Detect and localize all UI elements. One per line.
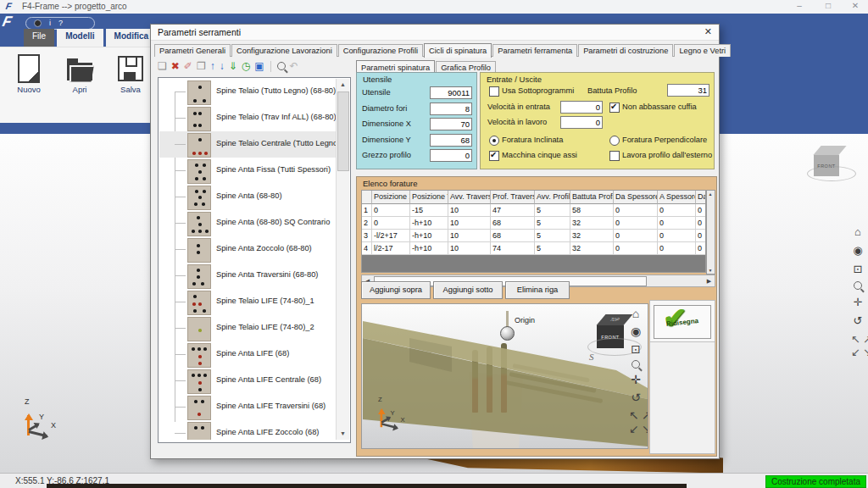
spine-list-item[interactable]: Spine Telaio LIFE (74-80)_2	[159, 315, 336, 341]
spine-list-item[interactable]: Spine Telaio Centrale (Tutto Legno) (68-…	[159, 131, 336, 158]
table-cell[interactable]: 58	[570, 204, 614, 217]
velocita-lavoro-input[interactable]	[560, 116, 603, 129]
new-document-icon[interactable]: ❏	[158, 60, 167, 72]
foratura-perpendicolare-radio[interactable]	[609, 136, 620, 146]
maximize-icon[interactable]: □	[821, 1, 836, 10]
zoom-icon[interactable]	[632, 360, 640, 369]
table-cell[interactable]: 68	[491, 230, 535, 242]
spine-list-item[interactable]: Spine Anta Traversini (68-80)	[159, 263, 336, 289]
move-down-icon[interactable]: ↓	[220, 60, 225, 72]
spinatura-3d-preview[interactable]: Origin TOP FRONT S Z Y X ⌂◉⊡✛↺↖↗↙↘	[361, 303, 648, 449]
usa-sottoprogrammi-checkbox[interactable]	[489, 86, 499, 97]
dialog-close-icon[interactable]: ✕	[704, 26, 712, 37]
utensile-input[interactable]	[430, 86, 472, 99]
expand-icon[interactable]: ↖↗↙↘	[629, 408, 643, 435]
spine-list-item[interactable]: Spine Anta LIFE Zoccolo (68)	[159, 420, 336, 440]
table-cell[interactable]: 5	[535, 217, 570, 230]
tab-parametri-ferramenta[interactable]: Parametri ferramenta	[492, 44, 577, 57]
table-cell[interactable]: 2	[362, 217, 372, 230]
spine-list-item[interactable]: Spine Telaio (Tutto Legno) (68-80)	[159, 79, 336, 105]
zoom-icon[interactable]	[854, 281, 862, 290]
apri-button[interactable]: Apri	[59, 53, 100, 123]
table-cell[interactable]: 0	[614, 217, 658, 230]
orbit-icon[interactable]: ◉	[853, 244, 862, 257]
scroll-down-icon[interactable]: ▼	[337, 428, 349, 440]
table-cell[interactable]: -15	[410, 204, 448, 217]
table-cell[interactable]: 32	[570, 217, 614, 230]
delete-icon[interactable]: ✖	[171, 60, 180, 72]
dimensione-x-input[interactable]	[430, 118, 472, 130]
tab-parametri-di-costruzione[interactable]: Parametri di costruzione	[578, 44, 673, 57]
scroll-down-icon[interactable]: ▼	[707, 268, 714, 273]
move-up-icon[interactable]: ↑	[210, 60, 215, 72]
undo-icon[interactable]: ↶	[290, 60, 298, 72]
table-cell[interactable]: 0	[372, 217, 410, 230]
tab-legno-e-vetri[interactable]: Legno e Vetri	[674, 44, 731, 57]
table-cell[interactable]: l/2-17	[372, 242, 410, 255]
table-cell[interactable]: 0	[658, 230, 696, 242]
spine-list-item[interactable]: Spine Anta LIFE (68)	[159, 341, 336, 368]
spine-list-scrollbar[interactable]: ▲ ▼	[336, 79, 349, 440]
home-icon[interactable]: ⌂	[632, 307, 639, 320]
table-cell[interactable]: 4	[362, 242, 372, 255]
tab-cicli-di-spinatura[interactable]: Cicli di spinatura	[424, 43, 492, 58]
search-icon[interactable]	[277, 62, 286, 70]
table-cell[interactable]: 0	[372, 204, 410, 217]
spine-list-item[interactable]: Spine Anta LIFE Centrale (68)	[159, 368, 336, 394]
ribbon-tab-modelli[interactable]: Modelli	[57, 29, 103, 47]
import-icon[interactable]: ⇓	[229, 60, 237, 72]
scroll-up-icon[interactable]: ▲	[707, 191, 714, 197]
velocita-entrata-input[interactable]	[560, 101, 603, 114]
table-cell[interactable]: 74	[491, 242, 535, 255]
zoom-window-icon[interactable]: ⊡	[854, 263, 863, 275]
tab-configurazione-lavorazioni[interactable]: Configurazione Lavorazioni	[231, 44, 337, 57]
pan-icon[interactable]: ✛	[854, 296, 863, 308]
spine-list-item[interactable]: Spine Anta Zoccolo (68-80)	[159, 236, 336, 263]
table-row[interactable]: 4l/2-17-h+101074532000	[362, 242, 705, 255]
table-cell[interactable]: 0	[696, 217, 706, 230]
table-cell[interactable]: 0	[614, 230, 658, 242]
table-cell[interactable]: 1	[362, 204, 372, 217]
info-button[interactable]: i	[49, 19, 51, 27]
table-cell[interactable]: 0	[696, 242, 706, 255]
spine-list-item[interactable]: Spine Anta LIFE Traversini (68)	[159, 394, 336, 420]
scroll-right-icon[interactable]: ▶	[704, 275, 715, 286]
table-cell[interactable]: 5	[535, 230, 570, 242]
home-icon[interactable]: ⌂	[854, 225, 861, 238]
tab-parametri-generali[interactable]: Parametri Generali	[154, 44, 231, 57]
salva-button[interactable]: Salva	[110, 53, 151, 123]
minimize-icon[interactable]: –	[792, 1, 807, 10]
table-cell[interactable]: 32	[570, 242, 614, 255]
table-row[interactable]: 20-h+101068532000	[362, 217, 705, 230]
table-cell[interactable]: 0	[614, 204, 658, 217]
aggiungi-sotto-button[interactable]: Aggiungi sotto	[433, 281, 503, 299]
lavora-profilo-esterno-checkbox[interactable]	[609, 151, 620, 161]
table-cell[interactable]: 5	[535, 242, 570, 255]
pan-icon[interactable]: ✛	[631, 373, 641, 386]
diametro-fori-input[interactable]	[430, 103, 472, 115]
elimina-riga-button[interactable]: Elimina riga	[505, 281, 570, 299]
battuta-profilo-input[interactable]	[667, 84, 709, 97]
table-cell[interactable]: 0	[696, 230, 706, 242]
foratura-inclinata-radio[interactable]	[489, 136, 499, 146]
table-cell[interactable]: 68	[491, 217, 535, 230]
spine-list-item[interactable]: Spine Telaio (Trav Inf ALL) (68-80)	[159, 105, 336, 131]
spine-list-item[interactable]: Spine Anta (68-80)	[159, 184, 336, 210]
orbit-icon[interactable]: ◉	[631, 324, 641, 338]
non-abbassare-cuffia-checkbox[interactable]	[609, 103, 620, 113]
copy-icon[interactable]: ❐	[197, 60, 206, 72]
ridisegna-button[interactable]: ✔ Ridisegna	[654, 305, 711, 339]
rotate-icon[interactable]: ↺	[854, 314, 863, 327]
close-icon[interactable]: ✕	[848, 1, 863, 10]
table-cell[interactable]: 47	[491, 204, 535, 217]
table-cell[interactable]: -h+10	[410, 217, 448, 230]
expand-icon[interactable]: ↖↗↙↘	[851, 333, 865, 358]
table-cell[interactable]: 10	[448, 230, 491, 242]
tab-configurazione-profili[interactable]: Configurazione Profili	[338, 44, 423, 57]
table-cell[interactable]: 0	[658, 204, 696, 217]
eraser-icon[interactable]: ✐	[184, 60, 192, 72]
rotate-icon[interactable]: ↺	[631, 391, 641, 404]
table-cell[interactable]: 0	[658, 217, 696, 230]
grezzo-profilo-input[interactable]	[430, 149, 472, 162]
table-row[interactable]: 10-151047558000	[362, 204, 705, 217]
